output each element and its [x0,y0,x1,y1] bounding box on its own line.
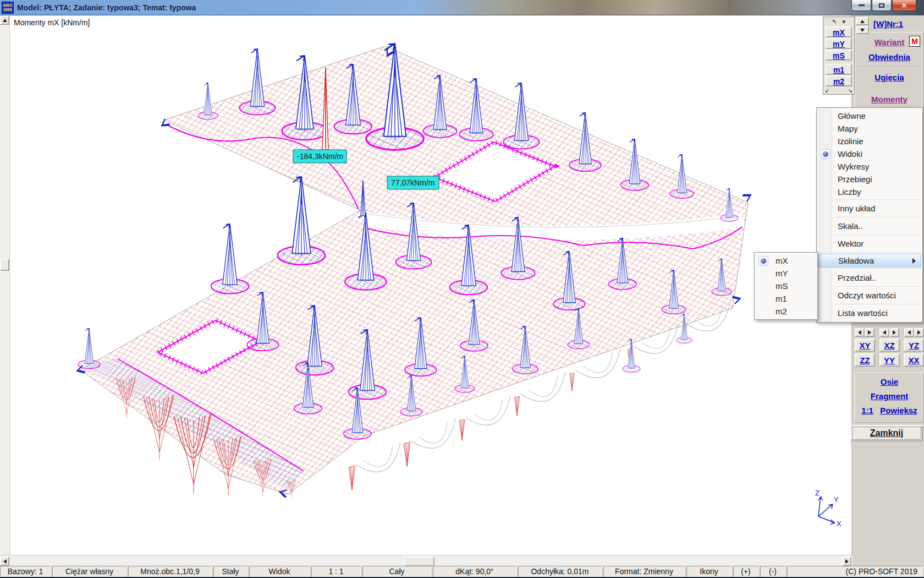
variant-number-link[interactable]: [W]Nr:1 [873,19,903,29]
moment-plot: -184,3kNm/m 77,07kNm/m Z Y X [10,15,851,555]
minimize-button[interactable] [851,0,871,11]
menu-item-inny-uklad[interactable]: Inny układ [818,201,921,216]
horizontal-scrollbar-thumb[interactable] [404,557,435,566]
app-window: ABC WNI Model: PŁYTA; Zadanie: typowa3; … [0,0,924,578]
status-cell-staly[interactable]: Stały [213,566,248,577]
rotate-right-button-3[interactable] [914,328,924,337]
plane-button-xz[interactable]: XZ [879,339,900,352]
menu-item-wektor[interactable]: Wektor [818,236,921,251]
palette-move-icon[interactable]: ↖ [832,18,837,25]
menu-item-label: Główne [838,111,866,121]
maximize-button[interactable] [872,0,892,11]
status-cell-plus[interactable]: (+) [733,566,758,577]
status-cell-caly[interactable]: Cały [362,566,431,577]
variant-spinner-down[interactable] [856,26,869,34]
vertical-scrollbar[interactable] [0,15,10,555]
palette-button-my[interactable]: mY [826,38,852,49]
left-arrow-icon [883,330,886,335]
menu-item-label: Inny układ [838,204,875,213]
momenty-link[interactable]: Momenty [871,95,908,104]
plane-button-yy[interactable]: YY [879,353,900,367]
menu-item-glowne[interactable]: Główne [818,110,921,122]
palette-button-ms[interactable]: mS [826,50,852,61]
plane-button-yz[interactable]: YZ [904,339,924,352]
menu-item-widoki[interactable]: Widoki [818,148,921,160]
menu-item-mapy[interactable]: Mapy [818,122,921,135]
plane-button-xx[interactable]: XX [904,353,924,367]
menu-item-wykresy[interactable]: Wykresy [818,160,921,173]
submenu-item-mx[interactable]: mX [756,254,816,267]
menu-item-lista-wartosci[interactable]: Lista wartości [818,306,921,320]
palette-button-mx[interactable]: mX [826,26,852,37]
plane-button-xy[interactable]: XY [855,339,875,352]
menu-item-odczyt-wartosci[interactable]: Odczyt wartości [818,288,921,303]
status-cell-bazowy[interactable]: Bazowy: 1 [0,566,51,577]
submenu-item-m1[interactable]: m1 [756,292,816,305]
menu-item-przedzial[interactable]: Przedział.. [818,270,921,285]
value-label-2: 77,07kNm/m [391,178,435,187]
menu-item-izolinie[interactable]: Izolinie [818,135,921,148]
obwiednia-link[interactable]: Obwiednia [868,52,910,62]
status-bar: Bazowy: 1 Ciężar własny Mnoż.obc.1,1/0,9… [0,566,924,577]
submenu-item-label: m2 [776,307,787,316]
menu-item-przebiegi[interactable]: Przebiegi [818,173,921,186]
view-label: Momenty mX [kNm/m] [14,18,90,27]
status-cell-dkat[interactable]: dKąt: 90,0° [433,566,516,577]
submenu-item-my[interactable]: mY [756,267,816,280]
up-arrow-icon [860,20,865,23]
left-arrow-icon [858,330,861,335]
status-cell-ikony[interactable]: Ikony [686,566,732,577]
m-badge[interactable]: M [909,36,920,47]
radio-selected-icon [821,149,831,159]
value-label-1: -184,3kNm/m [297,152,343,161]
fragment-link[interactable]: Fragment [871,391,908,401]
status-cell-format[interactable]: Format: Zmienny [603,566,685,577]
status-cell-minus[interactable]: (-) [760,566,785,577]
plane-button-zz[interactable]: ZZ [855,353,875,367]
menu-separator [834,252,921,253]
rotate-left-button-2[interactable] [879,328,889,337]
menu-item-skladowa[interactable]: Składowa [818,254,921,268]
status-cell-widok[interactable]: Widok [249,566,310,577]
vertical-scrollbar-thumb[interactable] [0,259,9,271]
palette-resize-sw-icon[interactable]: ↙ [825,88,829,94]
ugiecia-link[interactable]: Ugięcia [875,73,904,82]
maximize-icon [879,3,884,8]
scale-1to1-link[interactable]: 1:1 [861,406,873,415]
zamknij-button[interactable]: Zamknij [850,425,923,441]
menu-item-label: Wykresy [838,162,869,171]
scroll-right-button[interactable] [842,557,851,566]
scroll-left-button[interactable] [0,557,9,566]
horizontal-scrollbar[interactable] [0,555,853,567]
palette-resize-se-icon[interactable]: ↘ [848,88,853,94]
palette-button-m1[interactable]: m1 [826,64,852,75]
menu-item-label: Izolinie [838,137,864,146]
status-cell-mnoznik[interactable]: Mnoż.obc.1,1/0,9 [128,566,212,577]
powieksz-link[interactable]: Powiększ [880,406,917,415]
submenu-item-m2[interactable]: m2 [756,305,816,318]
status-cell-odchylka[interactable]: Odchyłka: 0,01m [518,566,602,577]
wariant-link[interactable]: Wariant [875,37,904,47]
close-button[interactable]: ✕ [892,0,916,11]
menu-item-label: Lista wartości [838,308,888,318]
submenu-arrow-icon [912,258,916,264]
rotate-right-button-1[interactable] [865,328,875,337]
menu-item-liczby[interactable]: Liczby [818,186,921,198]
window-title: Model: PŁYTA; Zadanie: typowa3; Temat: t… [17,3,196,12]
palette-close-icon[interactable]: × [842,18,845,25]
status-cell-skala[interactable]: 1 : 1 [311,566,361,577]
rotate-right-button-2[interactable] [889,328,899,337]
status-cell-ciezar-wlasny[interactable]: Ciężar własny [52,566,127,577]
scroll-up-button[interactable] [0,15,9,25]
menu-item-skala[interactable]: Skala.. [818,219,921,233]
submenu-item-ms[interactable]: mS [756,280,816,292]
menu-item-label: Przebiegi [838,175,872,184]
osie-link[interactable]: Osie [881,377,899,386]
palette-button-m2[interactable]: m2 [826,75,852,86]
title-bar: ABC WNI Model: PŁYTA; Zadanie: typowa3; … [0,0,924,15]
rotate-left-button-3[interactable] [904,328,914,337]
drawing-canvas[interactable]: -184,3kNm/m 77,07kNm/m Z Y X Momenty mX … [10,15,851,555]
variant-spinner [856,17,869,35]
variant-spinner-up[interactable] [856,17,869,25]
rotate-left-button-1[interactable] [855,328,865,337]
